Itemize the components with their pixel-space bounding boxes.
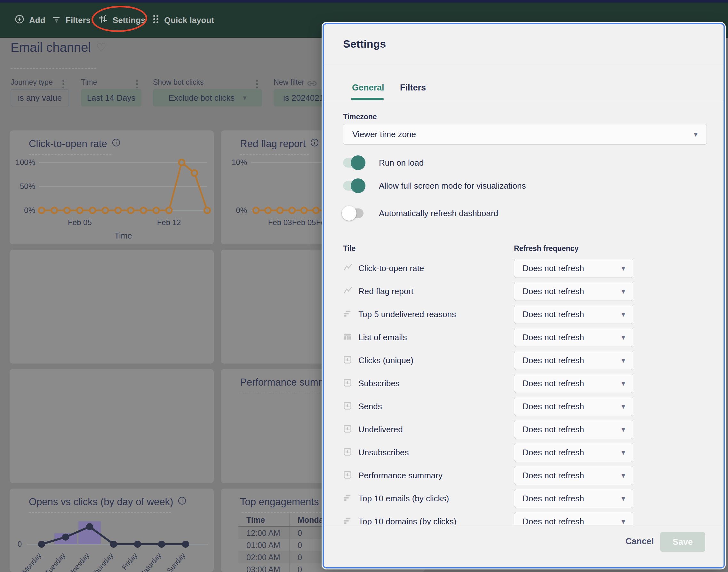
tile-name: Undelivered	[358, 425, 403, 434]
svg-text:Feb 05: Feb 05	[68, 218, 92, 227]
tile-refresh-row: Top 5 undelivered reasonsDoes not refres…	[324, 303, 724, 326]
toggle-row-0: Run on load	[343, 155, 424, 171]
refresh-frequency-select[interactable]: Does not refresh▾	[514, 397, 633, 416]
table-icon	[343, 332, 352, 343]
tile-refresh-row: SendsDoes not refresh▾	[324, 395, 724, 418]
bar-chart-icon	[343, 355, 352, 365]
refresh-frequency-value: Does not refresh	[523, 264, 584, 273]
svg-text:Feb 03: Feb 03	[268, 218, 292, 227]
chevron-down-icon: ▾	[621, 356, 625, 365]
tab-general[interactable]: General	[352, 83, 384, 93]
toggle-off[interactable]	[343, 208, 364, 218]
bar-chart-icon	[343, 470, 352, 481]
svg-text:Wednesday: Wednesday	[61, 551, 91, 572]
chevron-down-icon: ▾	[621, 494, 625, 503]
tile-title-text: Top engagements	[240, 496, 319, 508]
kebab-menu-icon[interactable]	[135, 79, 138, 90]
tile-refresh-row: Performance summaryDoes not refresh▾	[324, 464, 724, 487]
refresh-frequency-select[interactable]: Does not refresh▾	[514, 374, 633, 393]
timezone-select[interactable]: Viewer time zone ▾	[343, 124, 707, 145]
cell-time: 01:00 AM	[238, 539, 290, 551]
tile-name: Top 5 undelivered reasons	[358, 309, 456, 319]
bar-chart-icon	[343, 447, 352, 457]
tile-refresh-row: Clicks (unique)Does not refresh▾	[324, 349, 724, 372]
refresh-frequency-value: Does not refresh	[523, 309, 584, 319]
chevron-down-icon: ▾	[621, 402, 625, 411]
settings-modal: Settings General Filters Timezone Viewer…	[322, 23, 725, 568]
tile-name: List of emails	[358, 333, 407, 343]
favorite-heart-icon[interactable]: ♡	[96, 41, 106, 54]
tile-title: Opens vs clicks (by day of week)	[29, 496, 187, 508]
cancel-button[interactable]: Cancel	[625, 537, 654, 547]
kebab-menu-icon[interactable]	[62, 79, 65, 90]
filter-label-1: Time	[81, 78, 97, 87]
refresh-frequency-value: Does not refresh	[523, 494, 584, 504]
refresh-frequency-select[interactable]: Does not refresh▾	[514, 282, 633, 301]
refresh-frequency-select[interactable]: Does not refresh▾	[514, 420, 633, 439]
filter-value-text: is 2024021	[283, 93, 324, 103]
filter-label-0: Journey type	[11, 78, 53, 87]
column-header-time[interactable]: Time	[238, 513, 290, 526]
refresh-frequency-column-header: Refresh frequency	[514, 244, 579, 253]
refresh-frequency-select[interactable]: Does not refresh▾	[514, 259, 633, 278]
svg-text:Saturday: Saturday	[138, 551, 163, 572]
kebab-menu-icon[interactable]	[255, 79, 258, 90]
svg-text:Feb 05: Feb 05	[292, 218, 316, 227]
tile-name: Red flag report	[358, 286, 414, 296]
refresh-frequency-value: Does not refresh	[523, 471, 584, 481]
toggle-label: Run on load	[379, 158, 424, 168]
refresh-frequency-select[interactable]: Does not refresh▾	[514, 466, 633, 485]
svg-text:Time: Time	[115, 231, 132, 240]
refresh-frequency-value: Does not refresh	[523, 448, 584, 457]
save-button[interactable]: Save	[660, 532, 705, 552]
refresh-frequency-value: Does not refresh	[523, 333, 584, 343]
filter-value-button-1[interactable]: Last 14 Days	[81, 89, 141, 106]
dashboard-title-text: Email channel	[11, 40, 91, 55]
toggle-row-1: Allow full screen mode for visualization…	[343, 178, 526, 194]
toggle-label: Allow full screen mode for visualization…	[379, 181, 526, 191]
link-icon[interactable]	[307, 79, 317, 89]
toggle-knob	[342, 206, 357, 221]
tile-refresh-row: Top 10 emails (by clicks)Does not refres…	[324, 487, 724, 510]
info-icon[interactable]	[178, 496, 187, 508]
tile-name: Clicks (unique)	[358, 356, 414, 365]
toggle-on[interactable]	[343, 158, 364, 167]
refresh-frequency-select[interactable]: Does not refresh▾	[514, 328, 633, 347]
tile-refresh-row: Click-to-open rateDoes not refresh▾	[324, 257, 724, 280]
modal-footer: Cancel Save	[324, 525, 724, 567]
tile-name: Click-to-open rate	[358, 264, 424, 273]
chevron-down-icon: ▾	[621, 264, 625, 273]
list-icon	[343, 309, 352, 319]
bar-chart-icon	[343, 401, 352, 412]
refresh-frequency-select[interactable]: Does not refresh▾	[514, 443, 633, 462]
refresh-frequency-select[interactable]: Does not refresh▾	[514, 305, 633, 324]
timezone-value: Viewer time zone	[352, 130, 416, 139]
chevron-down-icon: ▾	[621, 379, 625, 388]
tile-refresh-row: UnsubscribesDoes not refresh▾	[324, 441, 724, 464]
tile-title-text: Opens vs clicks (by day of week)	[29, 496, 173, 508]
toggle-knob	[351, 155, 365, 170]
line-chart-icon	[343, 286, 353, 296]
filter-value-button-0[interactable]: is any value	[11, 89, 69, 106]
title-underline	[11, 68, 96, 69]
refresh-frequency-value: Does not refresh	[523, 425, 584, 434]
svg-text:Monday: Monday	[20, 551, 43, 572]
toggle-on[interactable]	[343, 181, 364, 191]
svg-text:0%: 0%	[24, 206, 35, 215]
chevron-down-icon: ▾	[621, 310, 625, 319]
svg-text:50%: 50%	[20, 182, 35, 191]
filter-value-button-2[interactable]: Exclude bot clicks▾	[153, 89, 262, 106]
svg-text:Thursday: Thursday	[90, 551, 115, 572]
tab-filters[interactable]: Filters	[400, 83, 426, 93]
refresh-frequency-select[interactable]: Does not refresh▾	[514, 489, 633, 508]
toggle-row-2: Automatically refresh dashboard	[343, 205, 498, 221]
tile-empty-1	[10, 250, 214, 364]
tabs-divider	[324, 100, 724, 100]
refresh-frequency-value: Does not refresh	[523, 378, 584, 388]
toggle-label: Automatically refresh dashboard	[379, 208, 498, 218]
refresh-frequency-select[interactable]: Does not refresh▾	[514, 351, 633, 370]
cell-time: 03:00 AM	[238, 563, 290, 572]
chevron-down-icon: ▾	[621, 287, 625, 296]
chevron-down-icon: ▾	[694, 130, 697, 139]
chevron-down-icon: ▾	[621, 448, 625, 457]
